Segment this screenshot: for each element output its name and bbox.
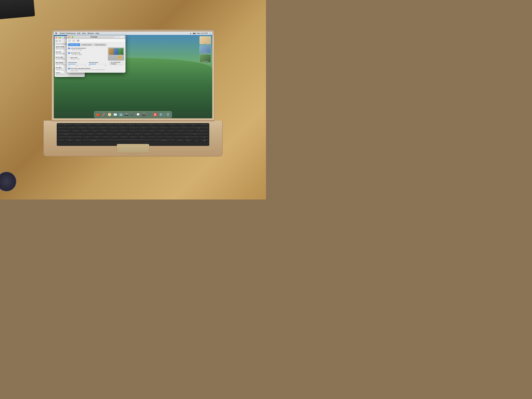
key-d[interactable]: D — [95, 133, 104, 135]
key-rshift[interactable]: shift — [174, 136, 200, 139]
key-y[interactable]: Y — [119, 130, 128, 132]
trackpad-maximize[interactable] — [72, 36, 73, 38]
key-right[interactable]: ▶ — [201, 139, 209, 142]
key-minus[interactable]: - — [169, 127, 179, 129]
menu-window[interactable]: Window — [88, 32, 94, 34]
key-slash[interactable]: / — [165, 136, 174, 139]
key-1[interactable]: 1 — [68, 127, 77, 129]
key-option-right[interactable]: option — [176, 139, 184, 142]
key-delete[interactable]: del — [199, 124, 209, 126]
key-o[interactable]: O — [147, 130, 157, 132]
key-f11[interactable]: F11 — [178, 124, 188, 126]
widget-longboating[interactable]: Longboating — [200, 54, 211, 63]
key-left[interactable]: ◀ — [184, 139, 192, 142]
key-capslock[interactable]: caps lock — [57, 133, 75, 135]
dock-icon-launchpad[interactable]: 🚀 — [101, 112, 107, 117]
mail-compose[interactable]: ✎ — [59, 40, 61, 42]
key-quote[interactable]: ' — [172, 133, 181, 135]
key-c[interactable]: C — [101, 136, 110, 139]
key-t[interactable]: T — [109, 130, 119, 132]
trackpad-window[interactable]: Trackpad 🔍 Search ‹ › ⊞ Point & Click Sc… — [67, 35, 126, 73]
key-f3[interactable]: F3 — [94, 124, 104, 126]
key-f[interactable]: F — [105, 133, 114, 135]
tab-more-gestures[interactable]: More Gestures — [94, 43, 107, 46]
mail-toolbar-nav[interactable]: ◀ ▶ — [55, 40, 58, 42]
key-z[interactable]: Z — [83, 136, 92, 139]
key-a[interactable]: A — [76, 133, 85, 135]
key-comma[interactable]: , — [147, 136, 156, 139]
key-f1[interactable]: F1 — [73, 124, 83, 126]
checkbox-lookup[interactable]: ✓ — [68, 48, 70, 49]
trackpad-search[interactable]: 🔍 Search — [114, 36, 124, 38]
key-f5[interactable]: F5 — [115, 124, 125, 126]
key-tab[interactable]: tab — [57, 130, 71, 132]
key-v[interactable]: V — [110, 136, 119, 139]
checkbox-force-click[interactable]: ✓ — [68, 68, 70, 70]
dock-icon-messages[interactable]: 💬 — [135, 112, 141, 117]
key-f8[interactable]: F8 — [146, 124, 156, 126]
key-r[interactable]: R — [100, 130, 109, 132]
key-b[interactable]: B — [120, 136, 128, 139]
key-7[interactable]: 7 — [129, 127, 138, 129]
key-3[interactable]: 3 — [88, 127, 97, 129]
key-lbracket[interactable]: [ — [167, 130, 176, 132]
secondary-dropdown[interactable]: Click with two fingers ▾ — [70, 54, 84, 56]
menu-help[interactable]: Help — [95, 32, 99, 34]
maximize-button[interactable] — [59, 37, 61, 38]
key-control[interactable]: control — [66, 139, 74, 142]
key-command-right[interactable]: ⌘ command — [152, 139, 175, 142]
menu-view[interactable]: View — [82, 32, 86, 34]
key-semicolon[interactable]: ; — [163, 133, 172, 135]
key-space[interactable] — [106, 139, 152, 142]
key-j[interactable]: J — [134, 133, 143, 135]
key-command-left[interactable]: ⌘ command — [82, 139, 105, 142]
forward-arrow[interactable]: › — [72, 39, 75, 42]
trackpad-close[interactable] — [68, 36, 70, 38]
key-6[interactable]: 6 — [118, 127, 128, 129]
key-f2[interactable]: F2 — [83, 124, 93, 126]
dock-icon-appstore[interactable]: 🅰️ — [152, 112, 158, 117]
key-up[interactable]: ▲ — [200, 136, 209, 139]
lookup-dropdown[interactable]: Tap with three fingers ▾ — [70, 49, 84, 51]
dock-icon-itunes[interactable]: 🎵 — [147, 112, 152, 117]
key-backslash[interactable]: \ — [186, 130, 195, 132]
trackpad-minimize[interactable] — [70, 36, 71, 38]
key-f12[interactable]: F12 — [188, 124, 198, 126]
key-4[interactable]: 4 — [98, 127, 108, 129]
tab-point-click[interactable]: Point & Click — [68, 43, 80, 46]
tab-scroll-zoom[interactable]: Scroll & Zoom — [80, 43, 93, 46]
key-f10[interactable]: F10 — [167, 124, 177, 126]
key-return2[interactable]: return — [182, 133, 209, 135]
dock-icon-syspref[interactable]: ⚙️ — [158, 112, 164, 117]
key-fn[interactable]: fn — [57, 139, 65, 142]
checkbox-tap[interactable] — [68, 57, 70, 59]
key-period[interactable]: . — [156, 136, 165, 139]
key-q[interactable]: Q — [71, 130, 80, 132]
dock-icon-maps[interactable]: 🗺️ — [118, 112, 124, 117]
key-f6[interactable]: F6 — [125, 124, 135, 126]
dock-icon-trash[interactable]: 🗑️ — [165, 112, 171, 117]
key-w[interactable]: W — [81, 130, 90, 132]
key-up2[interactable]: ▲ — [193, 139, 200, 140]
key-8[interactable]: 8 — [139, 127, 148, 129]
widget-iceland[interactable]: Iceland — [200, 45, 211, 53]
apple-menu[interactable]: ⌘ — [55, 32, 57, 35]
key-u[interactable]: U — [128, 130, 138, 132]
key-i[interactable]: I — [138, 130, 147, 132]
back-arrow[interactable]: ‹ — [68, 39, 71, 42]
dock-icon-safari[interactable]: 🧭 — [107, 112, 112, 117]
dock-icon-mail[interactable]: ✉️ — [113, 112, 118, 117]
close-button[interactable] — [56, 37, 57, 38]
key-0[interactable]: 0 — [159, 127, 169, 129]
key-equals[interactable]: = — [179, 127, 189, 129]
key-l[interactable]: L — [153, 133, 162, 135]
key-e[interactable]: E — [90, 130, 99, 132]
app-name[interactable]: System Preferences — [59, 32, 76, 34]
key-backtick[interactable]: ` — [57, 127, 67, 129]
grid-view[interactable]: ⊞ — [77, 39, 80, 42]
key-f7[interactable]: F7 — [136, 124, 146, 126]
key-esc[interactable]: esc — [57, 124, 72, 126]
dock-icon-facetime[interactable]: 📹 — [130, 112, 135, 117]
key-5[interactable]: 5 — [108, 127, 118, 129]
key-option-left[interactable]: option — [74, 139, 82, 142]
